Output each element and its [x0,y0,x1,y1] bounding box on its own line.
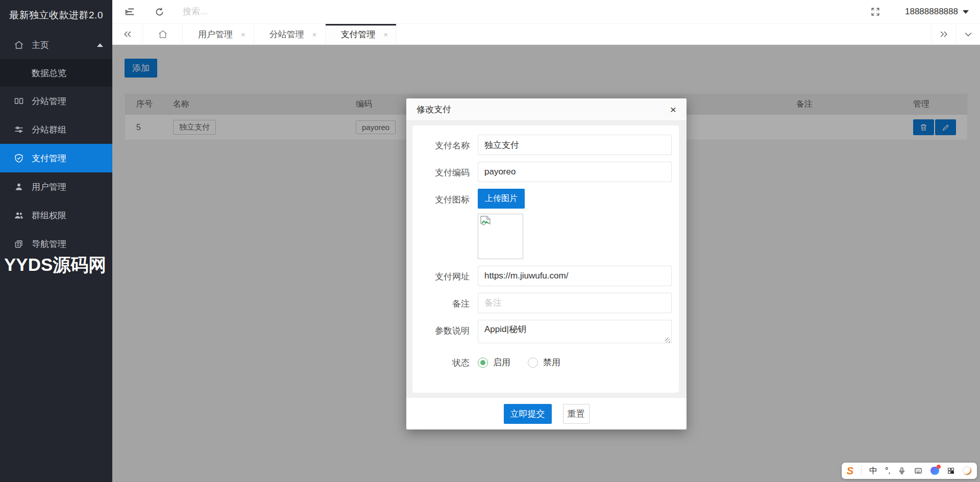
sidebar-item-group-permissions[interactable]: 群组权限 [0,201,112,230]
columns-icon [13,95,24,107]
sidebar-item-user-mgmt[interactable]: 用户管理 [0,172,112,201]
sidebar-item-label: 支付管理 [32,153,66,164]
tab-label: 支付管理 [341,29,376,40]
radio-label: 启用 [493,357,510,368]
home-icon [158,29,168,39]
field-label-name: 支付名称 [412,135,470,155]
tab-label: 分站管理 [270,29,304,40]
payment-name-input[interactable] [478,135,672,155]
modal-body: 支付名称 支付编码 支付图标 上传图片 [406,121,687,397]
topbar: 18888888888 [112,0,980,24]
shield-check-icon [13,153,24,164]
sidebar-item-payment-mgmt[interactable]: 支付管理 [0,144,112,172]
watermark-text: YYDS源码网 [4,253,106,277]
tab-user-mgmt[interactable]: 用户管理 × [183,24,254,44]
toolbox-grid-icon[interactable] [947,467,955,475]
tabbar-spacer [397,24,931,44]
refresh-icon[interactable] [153,6,165,18]
payment-form: 支付名称 支付编码 支付图标 上传图片 [412,125,679,393]
sidebar-item-subsite-groups[interactable]: 分站群组 [0,115,112,144]
users-icon [13,210,24,221]
field-label-url: 支付网址 [412,266,470,286]
radio-label: 禁用 [543,357,560,368]
punctuation-icon[interactable]: °‚ [885,466,890,475]
sliders-icon [13,124,24,135]
field-label-status: 状态 [412,352,470,369]
broken-image-icon [480,216,491,228]
field-label-note: 备注 [412,293,470,313]
topbar-right: 18888888888 [869,6,969,18]
sidebar-item-label: 用户管理 [32,181,66,193]
tab-home[interactable] [143,24,183,44]
sidebar-item-subsite-mgmt[interactable]: 分站管理 [0,87,112,115]
payment-code-input[interactable] [478,162,672,182]
app-title: 最新独立收款进群2.0 [0,0,112,31]
user-menu[interactable]: 18888888888 [905,7,969,17]
ai-assistant-icon[interactable] [930,467,939,475]
tabbar: 用户管理 × 分站管理 × 支付管理 × [112,24,980,45]
radio-ring [478,358,488,368]
soft-keyboard-icon[interactable] [914,467,923,475]
modal-header: 修改支付 × [406,98,687,121]
modal-title: 修改支付 [416,104,451,115]
reset-button[interactable]: 重置 [563,404,590,424]
chevron-down-icon [963,10,969,14]
caret-up-icon [97,43,103,47]
sidebar-item-label: 导航管理 [32,238,66,250]
close-icon[interactable]: × [241,30,246,39]
tabs-scroll-left-icon[interactable] [112,24,143,44]
radio-disabled[interactable]: 禁用 [528,357,560,368]
close-icon[interactable]: × [670,104,676,115]
payment-icon-preview [478,214,523,259]
edit-payment-modal: 修改支付 × 支付名称 支付编码 支付图标 上传图片 [406,98,687,429]
chinese-mode-icon[interactable]: 中 [869,466,877,476]
ime-toolbar: S 中 °‚ [842,463,977,479]
field-label-code: 支付编码 [412,162,470,182]
field-label-params: 参数说明 [412,320,470,345]
tabs-scroll-right-icon[interactable] [931,24,955,44]
sidebar-item-data-overview[interactable]: 数据总览 [0,59,112,87]
tabs-menu-icon[interactable] [955,24,980,44]
search-input[interactable] [183,7,295,17]
tab-subsite-mgmt[interactable]: 分站管理 × [254,24,326,44]
sidebar-item-label: 群组权限 [32,210,66,221]
tab-payment-mgmt[interactable]: 支付管理 × [326,24,397,44]
params-textarea[interactable]: Appid|秘钥 [478,320,672,343]
sogou-logo-icon[interactable]: S [847,465,853,477]
radio-ring [528,358,538,368]
navigation-icon [13,238,24,249]
sidebar: 最新独立收款进群2.0 主页 数据总览 分站管理 分站群组 支付管理 用户管理 [0,0,112,482]
sidebar-item-label: 主页 [32,39,49,51]
microphone-icon[interactable] [898,466,906,475]
radio-enabled[interactable]: 启用 [478,357,510,368]
collapse-sidebar-icon[interactable] [124,6,136,18]
payment-url-input[interactable] [478,266,672,286]
user-phone: 18888888888 [905,7,958,17]
field-label-icon: 支付图标 [412,189,470,259]
tab-label: 用户管理 [198,29,233,40]
divider [861,466,862,475]
close-icon[interactable]: × [384,30,388,39]
sidebar-item-home[interactable]: 主页 [0,31,112,59]
fullscreen-icon[interactable] [869,6,881,18]
sidebar-item-label: 分站群组 [32,124,66,136]
modal-footer: 立即提交 重置 [406,397,687,429]
home-icon [13,39,24,50]
close-icon[interactable]: × [312,30,317,39]
upload-image-button[interactable]: 上传图片 [478,189,525,209]
sidebar-item-label: 数据总览 [32,67,66,79]
note-input[interactable] [478,293,672,313]
emoji-icon[interactable] [963,466,972,475]
submit-button[interactable]: 立即提交 [504,404,552,424]
user-icon [13,181,24,192]
sidebar-item-label: 分站管理 [32,95,66,107]
